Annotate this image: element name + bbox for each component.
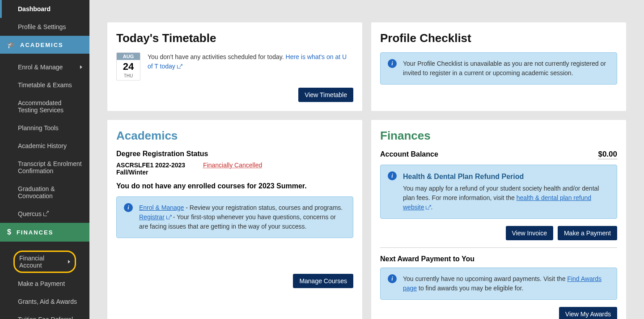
profile-checklist-card: Profile Checklist i Your Profile Checkli… (371, 22, 626, 111)
sidebar-item[interactable]: Profile & Settings (0, 18, 89, 36)
no-courses-text: You do not have any enrolled courses for… (116, 182, 353, 190)
chevron-right-icon (80, 65, 82, 69)
sidebar-item-label: Profile & Settings (18, 23, 66, 30)
sidebar-item[interactable]: Accommodated Testing Services (0, 94, 89, 119)
info-title: Health & Dental Plan Refund Period (403, 171, 610, 182)
card-title: Profile Checklist (380, 31, 617, 45)
reg-term: Fall/Winter (116, 169, 185, 176)
view-invoice-button[interactable]: View Invoice (506, 226, 553, 240)
sidebar-item-label: Grants, Aid & Awards (18, 298, 77, 305)
external-icon (177, 64, 182, 68)
card-title: Academics (116, 129, 353, 143)
reg-code: ASCRSLFE1 2022-2023 (116, 162, 185, 169)
sidebar-item[interactable]: Timetable & Exams (0, 76, 89, 94)
sidebar-item-label: Dashboard (18, 5, 51, 13)
sidebar-item-label: Academic History (18, 142, 67, 149)
academics-icon (7, 41, 16, 48)
reg-status[interactable]: Financially Cancelled (203, 162, 262, 176)
sidebar-item[interactable]: Tuition Fee Deferral (0, 310, 89, 319)
view-awards-button[interactable]: View My Awards (559, 307, 617, 319)
registrar-link[interactable]: Registrar (139, 213, 171, 221)
sidebar-item-label: Enrol & Manage (18, 64, 63, 71)
info-icon: i (388, 274, 397, 283)
main-content: Today's Timetable AUG 24 THU You don't h… (89, 0, 644, 319)
date-badge: AUG 24 THU (116, 52, 140, 81)
card-title: Today's Timetable (116, 31, 353, 45)
timetable-text: You don't have any activities scheduled … (148, 52, 353, 71)
sidebar-item-label: Graduation & Convocation (18, 185, 82, 200)
balance-amount: $0.00 (598, 150, 617, 159)
sidebar-item-label: Accommodated Testing Services (18, 99, 82, 114)
info-icon: i (388, 59, 397, 68)
finances-card: Finances Account Balance $0.00 i Health … (371, 120, 626, 319)
academics-card: Academics Degree Registration Status ASC… (107, 120, 362, 319)
sidebar-item[interactable]: Academic History (0, 137, 89, 155)
info-icon: i (388, 171, 397, 180)
sidebar-section-label: FINANCES (17, 229, 53, 236)
info-text: Enrol & Manage - Review your registratio… (139, 203, 346, 231)
info-text: You currently have no upcoming award pay… (403, 274, 610, 293)
dollar-icon (7, 228, 12, 236)
external-icon (426, 204, 431, 209)
sidebar-section-label: ACADEMICS (20, 42, 64, 48)
balance-label: Account Balance (380, 150, 438, 158)
sidebar-item[interactable]: Quercus (0, 205, 89, 223)
sidebar-item-label: Transcript & Enrolment Confirmation (18, 160, 82, 174)
sidebar-item-label: Timetable & Exams (18, 81, 72, 89)
profile-info-box: i Your Profile Checklist is unavailable … (380, 52, 617, 85)
sidebar-item[interactable]: Planning Tools (0, 119, 89, 137)
sidebar-item[interactable]: Transcript & Enrolment Confirmation (0, 155, 89, 180)
sidebar-item[interactable]: Financial Account (13, 251, 76, 273)
view-timetable-button[interactable]: View Timetable (298, 88, 353, 102)
external-icon (43, 211, 48, 216)
award-info-box: i You currently have no upcoming award p… (380, 268, 617, 300)
academics-info-box: i Enrol & Manage - Review your registrat… (116, 196, 353, 238)
card-title: Finances (380, 129, 617, 143)
sidebar-section-academics[interactable]: ACADEMICS (0, 36, 89, 54)
date-day: 24 (117, 60, 140, 73)
enrol-manage-link[interactable]: Enrol & Manage (139, 204, 184, 211)
sidebar-item-label: Planning Tools (18, 124, 59, 132)
date-month: AUG (117, 53, 140, 60)
external-icon (166, 214, 171, 219)
sidebar-item[interactable]: Enrol & Manage (0, 58, 89, 76)
info-text: Health & Dental Plan Refund Period You m… (403, 171, 610, 212)
date-dow: THU (117, 73, 140, 80)
sidebar-section-finances[interactable]: FINANCES (0, 223, 89, 242)
sidebar-item-label: Tuition Fee Deferral (18, 316, 73, 319)
sidebar-item-label: Quercus (18, 210, 48, 217)
sidebar-item-label: Financial Account (19, 255, 68, 269)
divider (380, 247, 617, 248)
manage-courses-button[interactable]: Manage Courses (293, 274, 353, 288)
chevron-right-icon (68, 260, 70, 264)
info-icon: i (124, 203, 133, 212)
info-text: Your Profile Checklist is unavailable as… (403, 59, 610, 78)
timetable-card: Today's Timetable AUG 24 THU You don't h… (107, 22, 362, 111)
health-info-box: i Health & Dental Plan Refund Period You… (380, 165, 617, 219)
sidebar-item-label: Make a Payment (18, 280, 65, 287)
award-header: Next Award Payment to You (380, 255, 617, 263)
degree-reg-header: Degree Registration Status (116, 150, 353, 158)
sidebar: DashboardProfile & Settings ACADEMICS En… (0, 0, 89, 319)
sidebar-item[interactable]: Make a Payment (0, 275, 89, 293)
sidebar-item[interactable]: Dashboard (0, 0, 89, 18)
sidebar-item[interactable]: Grants, Aid & Awards (0, 293, 89, 310)
make-payment-button[interactable]: Make a Payment (558, 226, 617, 240)
sidebar-item[interactable]: Graduation & Convocation (0, 180, 89, 205)
